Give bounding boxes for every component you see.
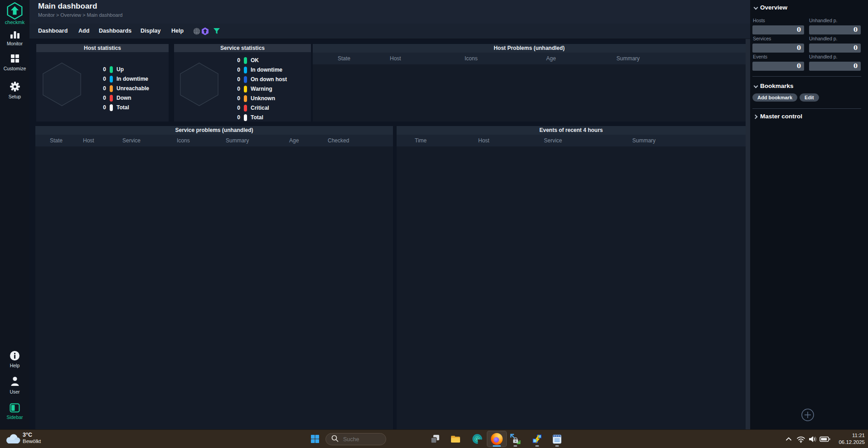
terminal-link-button[interactable] [530,432,544,446]
tray-expand-button[interactable] [783,432,794,446]
legend-row[interactable]: 0Unknown [230,95,275,102]
dashlet-host-problems-title[interactable]: Host Problems (unhandled) [313,44,746,53]
column-host[interactable]: Host [478,137,490,144]
legend-row[interactable]: 0On down host [230,76,287,83]
menu-dashboard[interactable]: Dashboard [38,28,68,34]
notepad-icon [552,433,563,444]
column-host[interactable]: Host [390,55,401,62]
checkmk-hexagon-icon[interactable] [201,27,209,37]
sidebar-item-help[interactable] [0,351,29,363]
legend-row[interactable]: 0Total [230,114,263,121]
task-view-button[interactable] [428,432,442,446]
column-state[interactable]: State [50,137,63,144]
legend-row[interactable]: 0Unreachable [96,85,149,92]
sidebar-item-customize-label[interactable]: Customize [0,66,29,71]
start-button[interactable] [308,432,322,446]
snapin-overview-title[interactable]: Overview [760,4,787,11]
sidebar-item-help-label[interactable]: Help [0,363,29,368]
battery-tray-button[interactable] [819,432,831,446]
add-bookmark-button[interactable]: Add bookmark [752,93,797,102]
legend-row[interactable]: 0Warning [230,85,272,93]
volume-tray-button[interactable] [807,432,819,446]
sidebar-item-monitor-label[interactable]: Monitor [0,41,29,46]
grid-icon [10,57,20,65]
status-color-pill [244,67,247,73]
secure-transfer-icon [510,433,521,444]
page-header: Main dashboard Monitor > Overview > Main… [29,0,750,24]
column-summary[interactable]: Summary [226,137,249,144]
chevron-down-icon[interactable] [754,84,758,88]
legend-row[interactable]: 0Up [96,66,124,73]
status-color-pill [110,76,113,83]
dashlet-service-statistics-title[interactable]: Service statistics [174,44,311,52]
sidebar-toggle-label[interactable]: Sidebar [0,414,29,420]
legend-row[interactable]: 0Total [96,104,129,111]
page-title: Main dashboard [38,2,97,11]
taskbar-clock[interactable]: 11:21 06.12.2025 [832,432,865,446]
chevron-right-icon[interactable] [753,115,758,119]
clock-time: 11:21 [832,432,865,439]
overview-hosts-unhandled-value[interactable]: 0 [809,25,861,34]
overview-hosts-value[interactable]: 0 [752,25,804,34]
column-summary[interactable]: Summary [616,55,640,62]
column-service[interactable]: Service [122,137,141,144]
file-explorer-button[interactable] [448,432,463,446]
sidebar-toggle[interactable] [0,403,29,414]
legend-row[interactable]: 0Down [96,94,131,102]
notepad-button[interactable] [550,432,564,446]
sidebar-item-customize[interactable] [0,54,29,65]
menu-display[interactable]: Display [141,28,160,34]
host-hexagon-chart[interactable] [43,63,81,108]
column-service[interactable]: Service [544,137,562,144]
events-column-header: Time Host Service Summary [397,135,746,146]
column-host[interactable]: Host [83,137,94,144]
column-icons[interactable]: Icons [177,137,190,144]
column-age[interactable]: Age [289,137,299,144]
wifi-tray-button[interactable] [795,432,807,446]
legend-row[interactable]: 0In downtime [230,66,282,73]
sidebar-item-user-label[interactable]: User [0,389,29,394]
dashlet-service-problems-title[interactable]: Service problems (unhandled) [35,126,393,135]
firefox-button[interactable] [487,431,507,447]
search-input[interactable] [342,436,383,443]
windows-taskbar: 3°C Bewölkt [0,429,868,448]
column-time[interactable]: Time [415,137,427,144]
menu-dashboards[interactable]: Dashboards [99,28,131,34]
legend-row[interactable]: 0OK [230,57,259,64]
secure-transfer-button[interactable] [508,432,523,446]
checkmk-logo-icon[interactable] [7,2,23,21]
globe-icon[interactable] [193,28,200,37]
legend-row[interactable]: 0Critical [230,104,269,112]
status-color-pill [110,95,113,102]
snapin-master-control-title[interactable]: Master control [760,113,802,120]
chevron-down-icon[interactable] [754,5,758,10]
column-state[interactable]: State [338,55,350,62]
overview-events-unhandled-value[interactable]: 0 [809,62,861,71]
menu-add[interactable]: Add [78,28,89,34]
sidebar-item-monitor[interactable] [0,30,29,41]
column-age[interactable]: Age [546,55,556,62]
edit-bookmarks-button[interactable]: Edit [800,93,819,102]
swirl-app-button[interactable] [470,432,485,446]
status-color-pill [244,76,247,83]
dashlet-host-statistics-title[interactable]: Host statistics [36,44,169,52]
service-hexagon-chart[interactable] [180,63,218,108]
snapin-bookmarks-title[interactable]: Bookmarks [760,83,794,89]
overview-hosts-label: Hosts [753,18,765,23]
sidebar-item-setup[interactable] [0,81,29,94]
dashlet-events-title[interactable]: Events of recent 4 hours [397,126,746,135]
filter-icon[interactable] [213,28,220,36]
overview-services-value[interactable]: 0 [752,44,804,53]
sidebar-item-user[interactable] [0,376,29,389]
column-checked[interactable]: Checked [328,137,349,144]
overview-services-label: Services [753,36,771,41]
sidebar-item-setup-label[interactable]: Setup [0,94,29,99]
column-summary[interactable]: Summary [632,137,655,144]
legend-row[interactable]: 0In downtime [96,75,148,83]
menu-help[interactable]: Help [171,28,184,34]
overview-services-unhandled-value[interactable]: 0 [809,44,861,53]
column-icons[interactable]: Icons [465,55,478,62]
add-snapin-button[interactable] [801,408,815,424]
overview-events-value[interactable]: 0 [752,62,804,71]
taskbar-search[interactable] [325,433,386,445]
